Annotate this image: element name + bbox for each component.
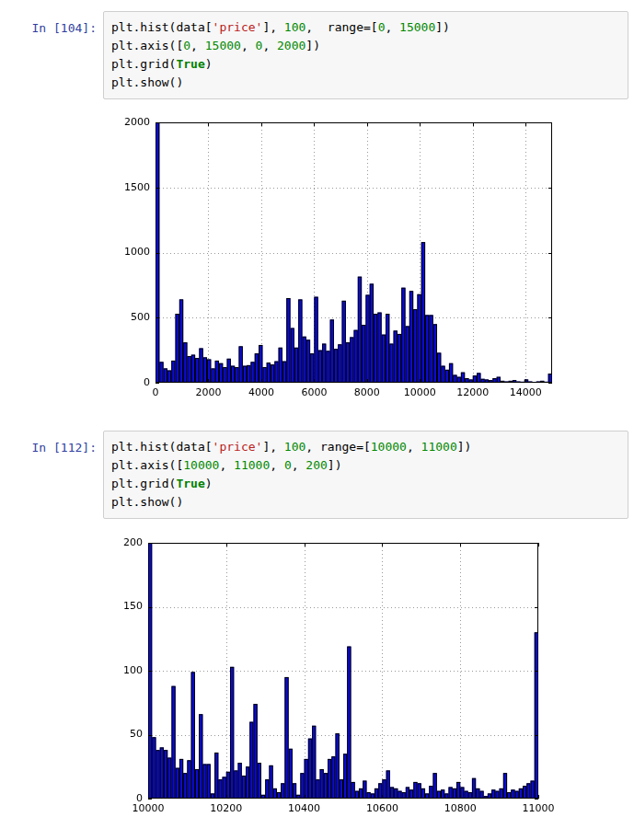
input-prompt-2: In [112]: bbox=[0, 441, 97, 455]
code-cell-input-2[interactable]: plt.hist(data['price'], 100, range=[1000… bbox=[103, 431, 628, 519]
histogram-figure-2 bbox=[69, 527, 571, 833]
input-prompt-1: In [104]: bbox=[0, 21, 97, 35]
code-editor-2[interactable]: plt.hist(data['price'], 100, range=[1000… bbox=[111, 438, 620, 512]
histogram-figure-1 bbox=[69, 110, 571, 414]
notebook-page: { "colors": { "prompt": "#303F9F", "cell… bbox=[0, 0, 634, 840]
code-cell-input-1[interactable]: plt.hist(data['price'], 100, range=[0, 1… bbox=[103, 11, 628, 99]
code-editor-1[interactable]: plt.hist(data['price'], 100, range=[0, 1… bbox=[111, 18, 620, 92]
